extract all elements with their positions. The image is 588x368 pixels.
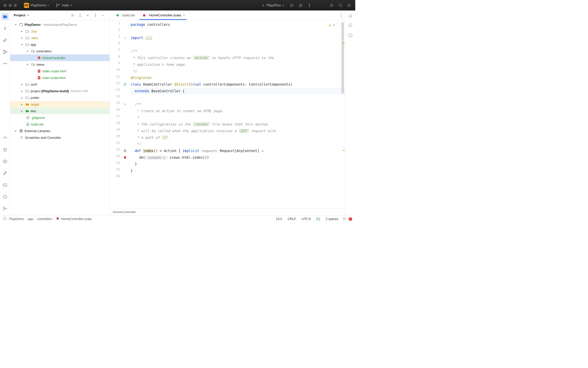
- svg-point-14: [3, 63, 4, 64]
- more-actions-button[interactable]: [307, 3, 312, 8]
- twistie-icon[interactable]: ▸: [14, 129, 18, 133]
- twistie-icon[interactable]: ▾: [26, 50, 30, 53]
- twistie-icon[interactable]: ▾: [26, 63, 30, 66]
- scrollbar-thumb[interactable]: [341, 22, 344, 94]
- twistie-icon[interactable]: ▸: [20, 83, 24, 86]
- tab-home-controller[interactable]: HomeController.scala ×: [138, 10, 188, 20]
- commit-tool-button[interactable]: [2, 25, 9, 32]
- terminal-tool-button[interactable]: [2, 181, 9, 189]
- zoom-traffic-icon[interactable]: [14, 4, 17, 7]
- ai-assistant-tool-button[interactable]: [348, 23, 353, 28]
- panel-hide-button[interactable]: [100, 13, 106, 18]
- indent-setting[interactable]: 2 spaces: [324, 217, 340, 221]
- expand-all-button[interactable]: [77, 13, 83, 18]
- tree-file[interactable]: .gitignore: [10, 114, 109, 121]
- template-gutter-icon[interactable]: [122, 154, 128, 161]
- twistie-icon[interactable]: ▸: [20, 96, 24, 99]
- close-traffic-icon[interactable]: [4, 4, 7, 7]
- tree-folder[interactable]: ▸.idea: [10, 34, 109, 41]
- tree-folder[interactable]: ▾app: [10, 41, 109, 48]
- tree-folder[interactable]: ▸.bsp: [10, 28, 109, 34]
- cursor-position[interactable]: 13:3: [274, 217, 284, 221]
- scrollbar-warning-mark[interactable]: [343, 43, 345, 43]
- services-tool-button[interactable]: [2, 158, 9, 165]
- twistie-icon[interactable]: ▸: [20, 109, 24, 113]
- settings-button[interactable]: [347, 3, 352, 8]
- twistie-icon[interactable]: ▸: [20, 36, 24, 40]
- fold-icon[interactable]: [122, 34, 128, 41]
- vcs-tool-button[interactable]: [2, 205, 9, 212]
- database-tool-button[interactable]: [2, 146, 9, 153]
- window-controls[interactable]: [4, 4, 17, 7]
- tree-folder[interactable]: ▾views: [10, 61, 109, 68]
- tree-file[interactable]: main.scala.html: [10, 74, 109, 81]
- readonly-toggle[interactable]: [342, 217, 346, 221]
- select-opened-file-button[interactable]: [70, 13, 75, 18]
- tab-indicator[interactable]: [T]: [315, 217, 322, 221]
- error-indicator-icon[interactable]: !: [349, 217, 352, 221]
- branch-icon: [55, 3, 60, 8]
- more-tool-button[interactable]: [2, 60, 9, 67]
- svg-point-47: [341, 14, 341, 14]
- panel-options-button[interactable]: [93, 13, 98, 18]
- debug-button[interactable]: [298, 3, 303, 8]
- project-tree[interactable]: ▾ PlayDemo ~/workspace/PlayDemo ▸.bsp ▸.…: [10, 20, 109, 215]
- tree-folder[interactable]: ▸public: [10, 94, 109, 101]
- tree-external-libs[interactable]: ▸External Libraries: [10, 128, 109, 134]
- tree-root[interactable]: ▾ PlayDemo ~/workspace/PlayDemo: [10, 21, 109, 28]
- twistie-icon[interactable]: ▸: [20, 89, 24, 93]
- minimize-traffic-icon[interactable]: [9, 4, 12, 7]
- tree-folder[interactable]: ▾controllers: [10, 48, 109, 54]
- run-button[interactable]: [289, 3, 295, 8]
- scrollbar-warning-mark[interactable]: [343, 150, 345, 151]
- fold-open-icon[interactable]: [122, 101, 128, 108]
- tree-scratches[interactable]: Scratches and Consoles: [10, 134, 109, 141]
- prev-highlight-icon[interactable]: ˄: [337, 22, 338, 28]
- chevron-down-icon[interactable]: ▾: [28, 14, 29, 17]
- template-file-icon: [37, 69, 41, 73]
- code-with-me-button[interactable]: [329, 3, 334, 8]
- build-tool-button[interactable]: [2, 170, 9, 177]
- parameter-hint: content =: [145, 156, 167, 160]
- project-name: PlayDemo: [31, 3, 46, 7]
- dashboard-tool-button[interactable]: [2, 134, 9, 142]
- code-editor[interactable]: package controllers import ... /** * Thi…: [130, 20, 345, 209]
- status-project-icon[interactable]: [3, 217, 7, 221]
- tree-file-selected[interactable]: CHomeController: [10, 54, 109, 61]
- line-separator[interactable]: CRLF: [286, 217, 298, 221]
- breadcrumb-item[interactable]: HomeController: [113, 210, 136, 214]
- twistie-icon[interactable]: ▾: [14, 23, 18, 26]
- search-everywhere-button[interactable]: [338, 3, 343, 8]
- tree-folder[interactable]: ▸project [PlayDemo-build]sources root: [10, 88, 109, 94]
- git-branch-selector[interactable]: main ▾: [53, 2, 74, 9]
- sbt-tool-button[interactable]: [348, 32, 353, 38]
- problems-tool-button[interactable]: [2, 193, 9, 200]
- bookmarks-tool-button[interactable]: [2, 37, 9, 44]
- twistie-icon[interactable]: ▸: [20, 103, 24, 106]
- run-config-selector[interactable]: Play2Run ▾: [260, 2, 286, 8]
- implements-gutter-icon[interactable]: [122, 81, 128, 88]
- collapse-all-button[interactable]: [85, 13, 91, 18]
- editor-gutter[interactable]: 1 2 3 6 7 8 9 10 11 12 13 14 15 16 17 18…: [110, 20, 130, 209]
- tree-folder[interactable]: ▸conf: [10, 81, 109, 88]
- tree-file[interactable]: index.scala.html: [10, 68, 109, 74]
- project-selector[interactable]: PD PlayDemo ▾: [22, 2, 51, 9]
- notifications-tool-button[interactable]: [348, 13, 353, 19]
- tabs-more-button[interactable]: [337, 10, 345, 20]
- tab-build-sbt[interactable]: build.sbt: [111, 10, 138, 20]
- project-tool-button[interactable]: [2, 13, 9, 20]
- file-path-breadcrumbs[interactable]: PlayDemo› app› controllers› HomeControll…: [9, 217, 92, 221]
- twistie-icon[interactable]: ▾: [20, 43, 24, 46]
- tree-folder[interactable]: ▸test: [10, 108, 109, 114]
- editor-breadcrumb[interactable]: HomeController: [110, 209, 345, 215]
- editor-scrollbar[interactable]: [341, 22, 344, 209]
- structure-tool-button[interactable]: [2, 48, 9, 55]
- editor-body[interactable]: 1 2 3 6 7 8 9 10 11 12 13 14 15 16 17 18…: [110, 20, 345, 209]
- tree-file[interactable]: build.sbt: [10, 121, 109, 128]
- inspections-widget[interactable]: ▲ 3 ˄ ˅: [329, 22, 342, 28]
- tree-folder[interactable]: ▸target: [10, 101, 109, 108]
- file-encoding[interactable]: UTF-8: [300, 217, 312, 221]
- twistie-icon[interactable]: ▸: [20, 30, 24, 33]
- url-gutter-icon[interactable]: [122, 147, 128, 154]
- close-tab-icon[interactable]: ×: [183, 13, 185, 17]
